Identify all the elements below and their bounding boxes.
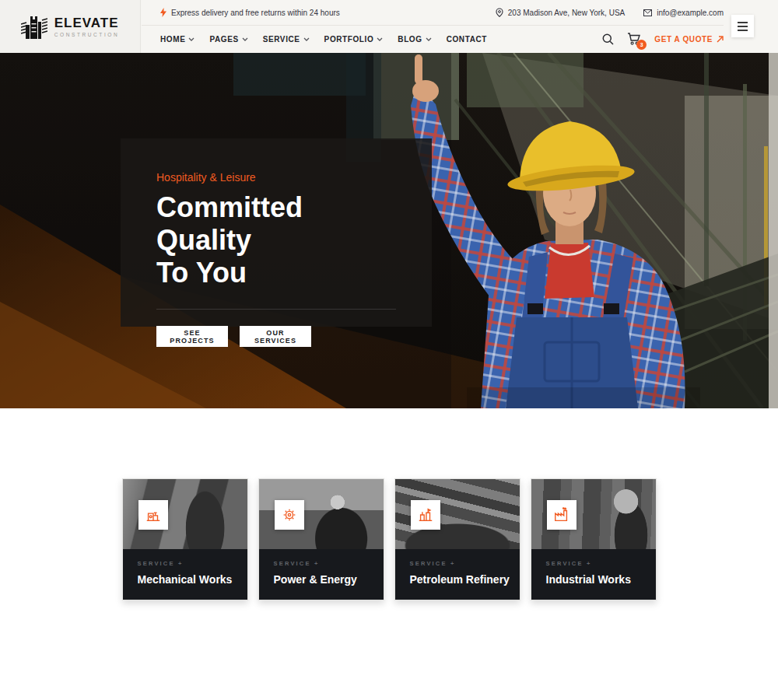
hero-title: Committed Quality To You [156,191,396,289]
menu-icon [738,22,748,23]
promo-text: Express delivery and free returns within… [171,9,340,17]
address: 203 Madison Ave, New York, USA [496,8,625,17]
main-nav: HOME PAGES SERVICE PORTFOLIO BLOG [160,35,487,44]
cart-button[interactable]: 3 [627,33,641,45]
card-icon-box [275,500,304,530]
get-a-quote-link[interactable]: GET A QUOTE [654,35,724,44]
chevron-down-icon [426,37,432,41]
hero-section: Hospitality & Leisure Committed Quality … [0,53,778,408]
cart-count-badge: 3 [636,40,647,50]
card-title: Industrial Works [546,573,641,586]
brand-tagline: CONSTRUCTION [54,32,120,37]
location-pin-icon [496,8,503,17]
topbar: Express delivery and free returns within… [142,0,724,26]
card-body: SERVICE + Industrial Works [531,549,656,600]
menu-button[interactable] [731,15,754,37]
card-icon-box [411,500,440,530]
card-icon-box [547,500,576,530]
nav-item-contact[interactable]: CONTACT [447,35,487,44]
nav-actions: 3 GET A QUOTE [602,33,724,45]
see-projects-button[interactable]: SEE PROJECTS [156,326,228,347]
chevron-down-icon [242,37,248,41]
our-services-button[interactable]: OUR SERVICES [240,326,311,347]
search-button[interactable] [602,33,614,45]
machinery-icon [145,506,162,523]
hero-buttons: SEE PROJECTS OUR SERVICES [156,326,396,347]
nav-item-pages[interactable]: PAGES [209,35,247,44]
card-body: SERVICE + Power & Energy [259,549,384,600]
card-tag: SERVICE + [546,560,641,567]
card-icon-box [138,500,168,530]
arrow-up-right-icon [717,36,724,43]
nav-item-portfolio[interactable]: PORTFOLIO [324,35,384,44]
logo-icon [21,12,47,40]
topbar-contacts: 203 Madison Ave, New York, USA info@exam… [496,8,724,17]
email-text: info@example.com [657,9,724,17]
service-card-petroleum-refinery[interactable]: SERVICE + Petroleum Refinery [394,478,520,600]
card-body: SERVICE + Mechanical Works [123,549,247,600]
brand-name: ELEVATE [54,16,120,30]
card-tag: SERVICE + [274,560,369,567]
hero-divider [156,309,396,310]
lightning-icon [160,8,166,17]
chevron-down-icon [188,37,194,41]
nav-row: HOME PAGES SERVICE PORTFOLIO BLOG [142,26,724,52]
services-section: SERVICE + Mechanical Works SERVICE + Pow… [0,478,778,600]
nav-item-blog[interactable]: BLOG [398,35,431,44]
address-text: 203 Madison Ave, New York, USA [508,9,625,17]
nav-item-service[interactable]: SERVICE [263,35,310,44]
gear-icon [281,506,298,523]
chevron-down-icon [377,37,383,41]
service-card-mechanical-works[interactable]: SERVICE + Mechanical Works [122,478,248,600]
factory-icon [553,506,570,523]
chevron-down-icon [303,37,310,41]
card-title: Power & Energy [274,573,369,586]
card-title: Petroleum Refinery [410,573,505,586]
email[interactable]: info@example.com [643,9,724,17]
service-card-power-energy[interactable]: SERVICE + Power & Energy [258,478,384,600]
mail-icon [643,9,652,16]
card-tag: SERVICE + [410,560,505,567]
service-card-industrial-works[interactable]: SERVICE + Industrial Works [531,478,657,600]
logo[interactable]: ELEVATE CONSTRUCTION [0,0,141,53]
promo-message: Express delivery and free returns within… [160,8,340,17]
refinery-icon [417,506,434,523]
search-icon [602,33,614,45]
header-right: Express delivery and free returns within… [142,0,724,53]
hero-kicker: Hospitality & Leisure [156,171,396,184]
card-body: SERVICE + Petroleum Refinery [395,549,520,600]
card-title: Mechanical Works [138,573,233,586]
hero-content-panel: Hospitality & Leisure Committed Quality … [121,138,432,327]
nav-item-home[interactable]: HOME [160,35,194,44]
card-tag: SERVICE + [138,560,233,567]
site-header: ELEVATE CONSTRUCTION Express delivery an… [0,0,778,53]
